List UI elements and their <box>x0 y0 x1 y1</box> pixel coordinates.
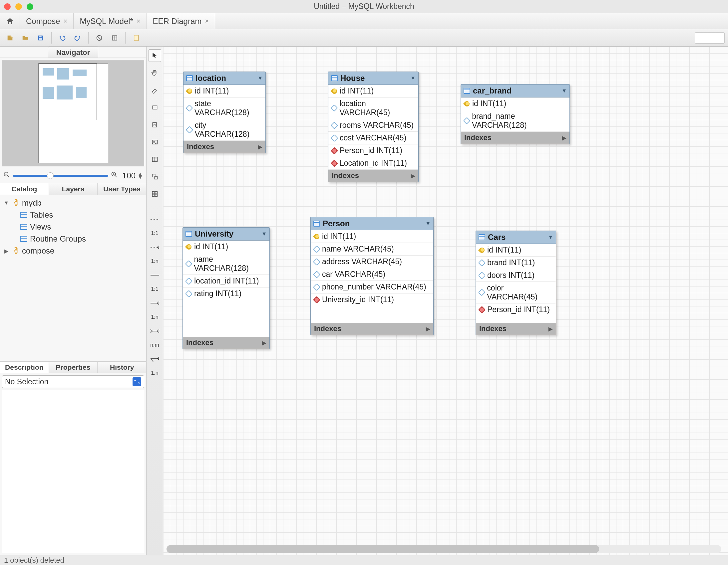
indexes-section[interactable]: Indexes▶ <box>476 323 556 335</box>
tree-tables[interactable]: Tables <box>19 209 144 221</box>
column[interactable]: doors INT(11) <box>476 269 556 282</box>
toggle-grid-button[interactable] <box>93 31 106 45</box>
zoom-slider[interactable] <box>13 175 108 177</box>
subtab-usertypes[interactable]: User Types <box>98 183 146 195</box>
zoom-value[interactable]: 100 ▲▼ <box>122 171 143 180</box>
column[interactable]: University_id INT(11) <box>311 293 433 306</box>
horizontal-scrollbar[interactable] <box>167 545 721 553</box>
indexes-section[interactable]: Indexes▶ <box>311 323 433 335</box>
table-cars[interactable]: Cars▼id INT(11)brand INT(11)doors INT(11… <box>476 231 556 335</box>
tab-properties[interactable]: Properties <box>49 362 98 373</box>
close-window[interactable] <box>4 3 11 10</box>
indexes-section[interactable]: Indexes▶ <box>183 337 269 349</box>
minimize-window[interactable] <box>15 3 22 10</box>
column[interactable]: brand_name VARCHAR(128) <box>461 110 569 132</box>
indexes-section[interactable]: Indexes▶ <box>183 141 265 153</box>
column[interactable]: id INT(11) <box>311 230 433 243</box>
table-person[interactable]: Person▼id INT(11)name VARCHAR(45)address… <box>310 217 434 335</box>
table-car_brand[interactable]: car_brand▼id INT(11)brand_name VARCHAR(1… <box>461 84 570 144</box>
pointer-tool[interactable] <box>149 49 161 62</box>
column[interactable]: id INT(11) <box>328 85 418 98</box>
tab-history[interactable]: History <box>98 362 146 373</box>
image-tool[interactable] <box>149 136 161 148</box>
column[interactable]: city VARCHAR(128) <box>183 119 265 141</box>
table-house[interactable]: House▼id INT(11)location VARCHAR(45)room… <box>328 72 419 182</box>
rel-1-1-id[interactable] <box>149 269 161 282</box>
navigator-tab[interactable]: Navigator <box>48 47 98 58</box>
home-tab[interactable] <box>0 13 20 29</box>
align-grid-button[interactable] <box>108 31 121 45</box>
table-tool[interactable] <box>149 153 161 166</box>
routine-tool[interactable] <box>149 188 161 200</box>
view-tool[interactable] <box>149 170 161 183</box>
column[interactable]: name VARCHAR(128) <box>183 253 269 275</box>
column[interactable]: Person_id INT(11) <box>476 303 556 316</box>
new-file-button[interactable] <box>3 31 17 45</box>
chevron-down-icon[interactable]: ▼ <box>410 75 416 81</box>
chevron-down-icon[interactable]: ▼ <box>257 75 263 81</box>
schema-compose[interactable]: ▶ 🛢 compose <box>2 245 144 257</box>
tree-views[interactable]: Views <box>19 221 144 233</box>
tab-label: MySQL Model* <box>80 17 133 26</box>
tab-eer-diagram[interactable]: EER Diagram× <box>147 13 215 29</box>
rel-1-n-nonid[interactable] <box>149 241 161 254</box>
diagram-canvas[interactable]: location▼id INT(11)state VARCHAR(128)cit… <box>163 47 728 555</box>
rel-1-1-nonid[interactable] <box>149 213 161 226</box>
column[interactable]: brand INT(11) <box>476 257 556 269</box>
table-university[interactable]: University▼id INT(11)name VARCHAR(128)lo… <box>182 227 270 349</box>
column[interactable]: location VARCHAR(45) <box>328 98 418 119</box>
tree-routines[interactable]: Routine Groups <box>19 233 144 245</box>
column[interactable]: phone_number VARCHAR(45) <box>311 281 433 293</box>
redo-button[interactable] <box>71 31 84 45</box>
indexes-section[interactable]: Indexes▶ <box>328 170 418 182</box>
column[interactable]: id INT(11) <box>461 98 569 110</box>
selection-dropdown[interactable]: No Selection ⌃⌄ <box>2 375 144 388</box>
chevron-down-icon[interactable]: ▼ <box>261 231 267 237</box>
column[interactable]: id INT(11) <box>183 241 269 253</box>
rel-n-m[interactable] <box>149 325 161 337</box>
column[interactable]: id INT(11) <box>183 85 265 98</box>
column[interactable]: name VARCHAR(45) <box>311 243 433 256</box>
column[interactable]: address VARCHAR(45) <box>311 256 433 268</box>
open-file-button[interactable] <box>19 31 32 45</box>
close-icon[interactable]: × <box>64 17 68 25</box>
column[interactable]: location_id INT(11) <box>183 275 269 287</box>
save-button[interactable] <box>34 31 47 45</box>
chevron-down-icon[interactable]: ▼ <box>425 221 431 227</box>
close-icon[interactable]: × <box>137 17 141 25</box>
rel-1-n-id[interactable] <box>149 297 161 309</box>
column[interactable]: cost VARCHAR(45) <box>328 132 418 144</box>
column[interactable]: car VARCHAR(45) <box>311 268 433 281</box>
column[interactable]: rooms VARCHAR(45) <box>328 119 418 132</box>
table-location[interactable]: location▼id INT(11)state VARCHAR(128)cit… <box>183 72 266 153</box>
chevron-down-icon[interactable]: ▼ <box>561 88 567 94</box>
hand-tool[interactable] <box>149 67 161 79</box>
column[interactable]: state VARCHAR(128) <box>183 98 265 119</box>
indexes-section[interactable]: Indexes▶ <box>461 132 569 144</box>
subtab-layers[interactable]: Layers <box>49 183 98 195</box>
note-tool[interactable]: N <box>149 119 161 131</box>
schema-mydb[interactable]: ▼ 🛢 mydb <box>2 197 144 209</box>
column[interactable]: Location_id INT(11) <box>328 157 418 170</box>
tab-mysql-model-[interactable]: MySQL Model*× <box>74 13 147 29</box>
column[interactable]: rating INT(11) <box>183 287 269 300</box>
column[interactable]: Person_id INT(11) <box>328 144 418 157</box>
rel-1-n-pick[interactable] <box>149 353 161 365</box>
eraser-tool[interactable] <box>149 84 161 97</box>
toolbar-search[interactable] <box>695 32 725 44</box>
new-doc-button[interactable] <box>130 31 143 45</box>
tab-description[interactable]: Description <box>0 362 49 373</box>
close-icon[interactable]: × <box>205 17 209 25</box>
zoom-window[interactable] <box>27 3 33 10</box>
column[interactable]: id INT(11) <box>476 244 556 257</box>
zoom-in-icon[interactable] <box>111 171 118 180</box>
column-label: rating INT(11) <box>194 289 241 298</box>
subtab-catalog[interactable]: Catalog <box>0 183 49 195</box>
column[interactable]: color VARCHAR(45) <box>476 282 556 303</box>
layer-tool[interactable] <box>149 101 161 114</box>
tab-compose[interactable]: Compose× <box>20 13 74 29</box>
minimap[interactable] <box>2 60 144 166</box>
chevron-down-icon[interactable]: ▼ <box>548 234 553 240</box>
zoom-out-icon[interactable] <box>3 171 10 180</box>
undo-button[interactable] <box>56 31 69 45</box>
